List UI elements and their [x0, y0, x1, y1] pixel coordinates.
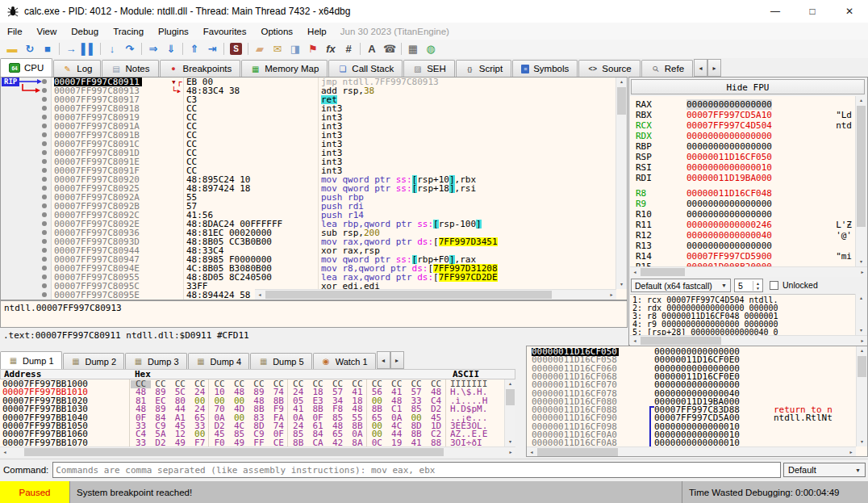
stepper-arrows-icon[interactable]: ▲▼ — [753, 281, 762, 291]
favourite-icon[interactable]: ⚑ — [304, 41, 322, 57]
register-row-rdx[interactable]: RDX0000000000000000 — [630, 131, 855, 141]
disasm-row[interactable]: 00007FF997C8091DCCint3 — [1, 149, 616, 157]
scrollbar-thumb[interactable] — [506, 389, 515, 405]
register-row-rsi[interactable]: RSI0000000000000010 — [630, 162, 855, 173]
scrollbar-thumb[interactable] — [641, 268, 685, 276]
disasm-row[interactable]: 00007FF997C8095548:8D05 8C240500lea rax,… — [1, 273, 616, 282]
scrollbar-thumb[interactable] — [537, 448, 618, 456]
scroll-left-icon[interactable]: ◂ — [527, 447, 536, 457]
step-into-user-icon[interactable]: ⇥ — [203, 41, 221, 57]
breakpoint-dot[interactable] — [42, 141, 47, 146]
unlocked-checkbox[interactable] — [770, 281, 778, 290]
calling-convention-select[interactable]: Default (x64 fastcall) ▼ — [631, 279, 731, 292]
register-row-r9[interactable]: R90000000000000000 — [630, 199, 855, 209]
disassembly-horizontal-scrollbar[interactable]: ◂ ▸ — [255, 289, 616, 300]
scrollbar-thumb[interactable] — [617, 87, 626, 115]
breakpoint-dot[interactable] — [42, 106, 47, 111]
register-row-r14[interactable]: R1400007FF997CD5900"mi — [630, 251, 855, 262]
scroll-down-icon[interactable]: ▾ — [856, 326, 866, 335]
run-to-user-code-icon[interactable]: ⇒ — [144, 41, 162, 57]
tab-log[interactable]: ✎Log — [53, 60, 101, 77]
disasm-row[interactable]: 00007FF997C80911▾┌EB 00jmp ntdll.7FF997C… — [1, 78, 616, 86]
command-mode-dropdown[interactable]: Default ▼ — [783, 463, 866, 477]
scrollbar-thumb[interactable] — [265, 291, 552, 299]
scroll-left-icon[interactable]: ◂ — [630, 267, 640, 277]
disasm-row[interactable]: 00007FF997C8091BCCint3 — [1, 131, 616, 140]
scroll-right-icon[interactable]: ▸ — [858, 336, 867, 346]
disasm-row[interactable]: 00007FF997C8093648:81EC 00020000sub rsp,… — [1, 228, 616, 237]
tab-script[interactable]: {}Script — [456, 60, 511, 77]
menu-favourites[interactable]: Favourites — [196, 27, 254, 36]
breakpoint-dot[interactable] — [42, 132, 47, 137]
menu-debug[interactable]: Debug — [64, 27, 106, 36]
breakpoint-dot[interactable] — [42, 239, 47, 244]
scroll-up-icon[interactable]: ▴ — [856, 294, 866, 303]
close-process-icon[interactable]: ■ — [39, 41, 56, 57]
disasm-row[interactable]: 00007FF997C8091FCCint3 — [1, 166, 616, 175]
menu-plugins[interactable]: Plugins — [151, 27, 196, 36]
register-row-rbx[interactable]: RBX00007FF997CD5A10"Ld — [630, 110, 855, 120]
breakpoint-dot[interactable] — [42, 292, 47, 297]
scroll-up-icon[interactable]: ▴ — [856, 96, 866, 105]
tab-dump-5[interactable]: ▦Dump 5 — [250, 353, 312, 369]
register-row-rbp[interactable]: RBP0000000000000000 — [630, 141, 855, 152]
register-row-r11[interactable]: R110000000000000246L'Ƶ — [630, 220, 855, 230]
tab-watch-1[interactable]: ◉Watch 1 — [313, 353, 376, 369]
maximize-button[interactable]: □ — [794, 0, 831, 23]
stack-vertical-scrollbar[interactable]: ▴ ▾ — [856, 346, 867, 446]
tab-dump-2[interactable]: ▦Dump 2 — [63, 353, 125, 369]
tab-dump-1[interactable]: ▦Dump 1 — [0, 351, 62, 369]
disasm-row[interactable]: 00007FF997C8094748:8985 F0000000mov qwor… — [1, 255, 616, 264]
breakpoint-dot[interactable] — [42, 186, 47, 191]
menu-options[interactable]: Options — [253, 27, 300, 36]
scroll-down-icon[interactable]: ▾ — [856, 258, 866, 266]
argument-count-stepper[interactable]: 5 ▲▼ — [734, 279, 763, 292]
disasm-row[interactable]: 00007FF997C8091ECCint3 — [1, 157, 616, 166]
register-row-r10[interactable]: R100000000000000000 — [630, 209, 855, 220]
tab-seh[interactable]: ▨SEH — [403, 60, 455, 77]
tab-source[interactable]: <>Source — [578, 60, 640, 77]
breakpoint-dot[interactable] — [42, 195, 47, 199]
breakpoint-dot[interactable] — [42, 257, 47, 262]
scroll-right-icon[interactable]: ▸ — [846, 447, 856, 457]
disasm-row[interactable]: 00007FF997C80918CCint3 — [1, 104, 616, 113]
run-icon[interactable]: → — [62, 41, 80, 57]
notify-icon[interactable]: ☎ — [381, 41, 399, 57]
step-into-icon[interactable]: ↓ — [103, 41, 121, 57]
menu-tracing[interactable]: Tracing — [106, 27, 151, 36]
dump-horizontal-scrollbar[interactable]: ◂ ▸ — [0, 446, 515, 457]
breakpoint-dot[interactable] — [42, 203, 47, 208]
arguments-horizontal-scrollbar[interactable]: ◂ ▸ — [630, 335, 867, 346]
scroll-right-icon[interactable]: ▸ — [607, 290, 616, 300]
disasm-row[interactable]: 00007FF997C8094E4C:8B05 B3080B00mov r8,q… — [1, 264, 616, 273]
breakpoint-dot[interactable] — [42, 97, 47, 102]
command-input[interactable] — [52, 462, 781, 478]
breakpoint-dot[interactable] — [42, 177, 47, 182]
scrollbar-thumb[interactable] — [857, 106, 866, 227]
open-file-icon[interactable]: ▬ — [3, 41, 21, 57]
menu-view[interactable]: View — [30, 27, 65, 36]
breakpoint-dot[interactable] — [42, 212, 47, 217]
disasm-row[interactable]: 00007FF997C8091ACCint3 — [1, 122, 616, 131]
scrollbar-thumb[interactable] — [641, 337, 721, 345]
breakpoint-dot[interactable] — [42, 266, 47, 270]
register-row-rax[interactable]: RAX0000000000000000 — [630, 99, 855, 110]
hide-fpu-button[interactable]: Hide FPU — [631, 79, 865, 94]
scroll-left-icon[interactable]: ◂ — [630, 336, 640, 346]
disasm-row[interactable]: 00007FF997C80919CCint3 — [1, 113, 616, 122]
minimize-button[interactable]: — — [757, 0, 794, 23]
breakpoint-dot[interactable] — [42, 124, 47, 128]
scroll-left-icon[interactable]: ◂ — [0, 447, 10, 457]
scroll-right-icon[interactable]: ▸ — [858, 267, 867, 277]
disasm-row[interactable]: 00007FF997C8091CCCint3 — [1, 140, 616, 149]
restart-icon[interactable]: ↻ — [21, 41, 39, 57]
step-over-icon[interactable]: ↷ — [121, 41, 139, 57]
scroll-down-icon[interactable]: ▾ — [505, 438, 515, 446]
dump-scroll-left-button[interactable]: ◂ — [377, 351, 390, 369]
calculator-icon[interactable]: ▦ — [404, 41, 422, 57]
stack-horizontal-scrollbar[interactable]: ◂ ▸ — [527, 446, 856, 457]
register-row-r8[interactable]: R800000011D16CF048 — [630, 188, 855, 199]
tab-cpu[interactable]: 64CPU — [0, 58, 52, 77]
disasm-row[interactable]: 00007FF997C8092A55push rbp — [1, 193, 616, 202]
tab-symbols[interactable]: ≡Symbols — [512, 60, 578, 77]
